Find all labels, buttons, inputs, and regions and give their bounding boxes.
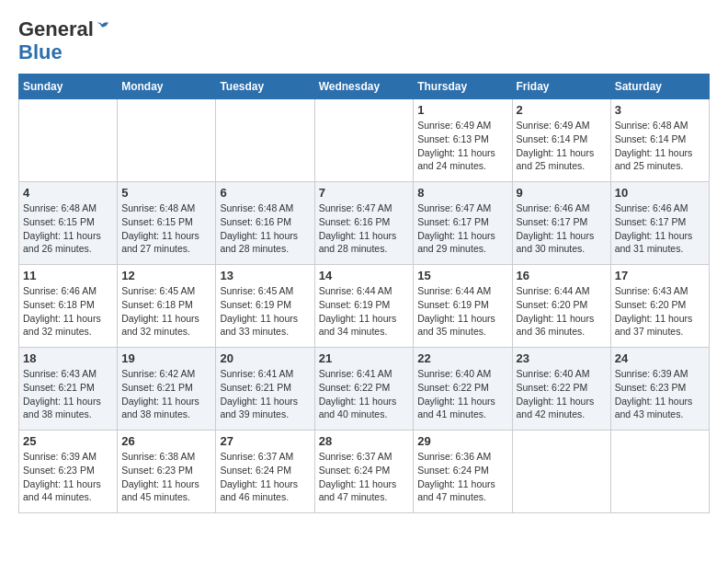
day-info: Sunrise: 6:45 AM Sunset: 6:18 PM Dayligh… xyxy=(121,284,211,339)
calendar-header-cell: Wednesday xyxy=(314,75,414,99)
calendar-header-row: SundayMondayTuesdayWednesdayThursdayFrid… xyxy=(19,75,710,99)
calendar-week-row: 1Sunrise: 6:49 AM Sunset: 6:13 PM Daylig… xyxy=(19,99,710,182)
calendar-week-row: 25Sunrise: 6:39 AM Sunset: 6:23 PM Dayli… xyxy=(19,431,710,513)
calendar-day-cell: 29Sunrise: 6:36 AM Sunset: 6:24 PM Dayli… xyxy=(414,431,512,513)
day-number: 17 xyxy=(615,269,705,282)
calendar-day-cell: 10Sunrise: 6:46 AM Sunset: 6:17 PM Dayli… xyxy=(610,182,709,265)
logo-general: General xyxy=(18,17,94,40)
day-info: Sunrise: 6:36 AM Sunset: 6:24 PM Dayligh… xyxy=(417,450,507,504)
calendar-day-cell: 15Sunrise: 6:44 AM Sunset: 6:19 PM Dayli… xyxy=(414,265,512,348)
day-info: Sunrise: 6:48 AM Sunset: 6:14 PM Dayligh… xyxy=(615,119,705,173)
calendar-body: 1Sunrise: 6:49 AM Sunset: 6:13 PM Daylig… xyxy=(19,99,710,513)
calendar-day-cell: 28Sunrise: 6:37 AM Sunset: 6:24 PM Dayli… xyxy=(314,431,414,513)
day-number: 26 xyxy=(121,434,211,448)
day-number: 16 xyxy=(517,269,607,282)
day-info: Sunrise: 6:40 AM Sunset: 6:22 PM Dayligh… xyxy=(517,367,607,421)
calendar-day-cell: 8Sunrise: 6:47 AM Sunset: 6:17 PM Daylig… xyxy=(414,182,512,265)
calendar-day-cell xyxy=(216,99,314,182)
calendar-day-cell: 7Sunrise: 6:47 AM Sunset: 6:16 PM Daylig… xyxy=(314,182,414,265)
day-info: Sunrise: 6:46 AM Sunset: 6:17 PM Dayligh… xyxy=(615,201,705,256)
day-number: 20 xyxy=(220,351,310,365)
day-number: 29 xyxy=(417,434,507,448)
day-number: 11 xyxy=(23,269,113,282)
calendar-day-cell: 14Sunrise: 6:44 AM Sunset: 6:19 PM Dayli… xyxy=(314,265,414,348)
day-number: 19 xyxy=(121,351,211,365)
calendar-week-row: 4Sunrise: 6:48 AM Sunset: 6:15 PM Daylig… xyxy=(19,182,710,265)
day-number: 24 xyxy=(615,351,705,365)
day-info: Sunrise: 6:47 AM Sunset: 6:16 PM Dayligh… xyxy=(319,201,410,256)
day-info: Sunrise: 6:39 AM Sunset: 6:23 PM Dayligh… xyxy=(23,450,113,504)
calendar-day-cell: 24Sunrise: 6:39 AM Sunset: 6:23 PM Dayli… xyxy=(610,348,709,431)
day-info: Sunrise: 6:40 AM Sunset: 6:22 PM Dayligh… xyxy=(417,367,507,421)
logo-text: General xyxy=(18,18,110,40)
calendar-header-cell: Friday xyxy=(512,75,610,99)
calendar-day-cell: 12Sunrise: 6:45 AM Sunset: 6:18 PM Dayli… xyxy=(118,265,216,348)
day-number: 10 xyxy=(615,186,705,200)
day-number: 23 xyxy=(517,351,607,365)
day-info: Sunrise: 6:39 AM Sunset: 6:23 PM Dayligh… xyxy=(615,367,705,421)
calendar-day-cell: 22Sunrise: 6:40 AM Sunset: 6:22 PM Dayli… xyxy=(414,348,512,431)
calendar-day-cell: 21Sunrise: 6:41 AM Sunset: 6:22 PM Dayli… xyxy=(314,348,414,431)
day-number: 28 xyxy=(319,434,410,448)
logo: General Blue xyxy=(18,18,110,64)
day-info: Sunrise: 6:38 AM Sunset: 6:23 PM Dayligh… xyxy=(121,450,211,504)
calendar-day-cell: 13Sunrise: 6:45 AM Sunset: 6:19 PM Dayli… xyxy=(216,265,314,348)
day-number: 7 xyxy=(319,186,410,200)
calendar-day-cell: 23Sunrise: 6:40 AM Sunset: 6:22 PM Dayli… xyxy=(512,348,610,431)
day-info: Sunrise: 6:44 AM Sunset: 6:20 PM Dayligh… xyxy=(517,284,607,339)
day-number: 6 xyxy=(220,186,310,200)
day-info: Sunrise: 6:48 AM Sunset: 6:15 PM Dayligh… xyxy=(23,201,113,256)
day-info: Sunrise: 6:43 AM Sunset: 6:20 PM Dayligh… xyxy=(615,284,705,339)
calendar-day-cell: 25Sunrise: 6:39 AM Sunset: 6:23 PM Dayli… xyxy=(19,431,118,513)
day-info: Sunrise: 6:48 AM Sunset: 6:15 PM Dayligh… xyxy=(121,201,211,256)
logo-blue: Blue xyxy=(18,40,63,64)
calendar-day-cell xyxy=(610,431,709,513)
day-info: Sunrise: 6:41 AM Sunset: 6:22 PM Dayligh… xyxy=(319,367,410,421)
day-info: Sunrise: 6:49 AM Sunset: 6:13 PM Dayligh… xyxy=(417,119,507,173)
calendar-day-cell: 19Sunrise: 6:42 AM Sunset: 6:21 PM Dayli… xyxy=(118,348,216,431)
calendar-day-cell: 3Sunrise: 6:48 AM Sunset: 6:14 PM Daylig… xyxy=(610,99,709,182)
calendar-week-row: 18Sunrise: 6:43 AM Sunset: 6:21 PM Dayli… xyxy=(19,348,710,431)
calendar-day-cell: 11Sunrise: 6:46 AM Sunset: 6:18 PM Dayli… xyxy=(19,265,118,348)
day-number: 21 xyxy=(319,351,410,365)
calendar-day-cell: 18Sunrise: 6:43 AM Sunset: 6:21 PM Dayli… xyxy=(19,348,118,431)
day-number: 12 xyxy=(121,269,211,282)
logo-bird-icon xyxy=(94,21,110,34)
calendar-day-cell: 2Sunrise: 6:49 AM Sunset: 6:14 PM Daylig… xyxy=(512,99,610,182)
day-info: Sunrise: 6:37 AM Sunset: 6:24 PM Dayligh… xyxy=(220,450,310,504)
calendar-day-cell: 17Sunrise: 6:43 AM Sunset: 6:20 PM Dayli… xyxy=(610,265,709,348)
calendar-day-cell xyxy=(19,99,118,182)
calendar-day-cell xyxy=(314,99,414,182)
day-number: 4 xyxy=(23,186,113,200)
day-info: Sunrise: 6:41 AM Sunset: 6:21 PM Dayligh… xyxy=(220,367,310,421)
day-info: Sunrise: 6:42 AM Sunset: 6:21 PM Dayligh… xyxy=(121,367,211,421)
calendar-header-cell: Monday xyxy=(118,75,216,99)
calendar-day-cell: 26Sunrise: 6:38 AM Sunset: 6:23 PM Dayli… xyxy=(118,431,216,513)
calendar-day-cell: 4Sunrise: 6:48 AM Sunset: 6:15 PM Daylig… xyxy=(19,182,118,265)
calendar-day-cell xyxy=(118,99,216,182)
day-info: Sunrise: 6:47 AM Sunset: 6:17 PM Dayligh… xyxy=(417,201,507,256)
day-info: Sunrise: 6:48 AM Sunset: 6:16 PM Dayligh… xyxy=(220,201,310,256)
day-info: Sunrise: 6:44 AM Sunset: 6:19 PM Dayligh… xyxy=(417,284,507,339)
day-number: 2 xyxy=(517,103,607,117)
calendar-day-cell: 27Sunrise: 6:37 AM Sunset: 6:24 PM Dayli… xyxy=(216,431,314,513)
day-number: 14 xyxy=(319,269,410,282)
calendar-header-cell: Saturday xyxy=(610,75,709,99)
calendar-day-cell: 6Sunrise: 6:48 AM Sunset: 6:16 PM Daylig… xyxy=(216,182,314,265)
day-number: 1 xyxy=(417,103,507,117)
calendar-day-cell: 1Sunrise: 6:49 AM Sunset: 6:13 PM Daylig… xyxy=(414,99,512,182)
day-number: 3 xyxy=(615,103,705,117)
day-info: Sunrise: 6:45 AM Sunset: 6:19 PM Dayligh… xyxy=(220,284,310,339)
day-number: 18 xyxy=(23,351,113,365)
calendar-day-cell: 5Sunrise: 6:48 AM Sunset: 6:15 PM Daylig… xyxy=(118,182,216,265)
calendar-table: SundayMondayTuesdayWednesdayThursdayFrid… xyxy=(18,74,710,513)
day-number: 15 xyxy=(417,269,507,282)
day-number: 25 xyxy=(23,434,113,448)
day-info: Sunrise: 6:49 AM Sunset: 6:14 PM Dayligh… xyxy=(517,119,607,173)
day-info: Sunrise: 6:37 AM Sunset: 6:24 PM Dayligh… xyxy=(319,450,410,504)
calendar-day-cell: 9Sunrise: 6:46 AM Sunset: 6:17 PM Daylig… xyxy=(512,182,610,265)
header: General Blue xyxy=(18,18,710,64)
calendar-day-cell: 20Sunrise: 6:41 AM Sunset: 6:21 PM Dayli… xyxy=(216,348,314,431)
calendar-day-cell xyxy=(512,431,610,513)
day-number: 13 xyxy=(220,269,310,282)
